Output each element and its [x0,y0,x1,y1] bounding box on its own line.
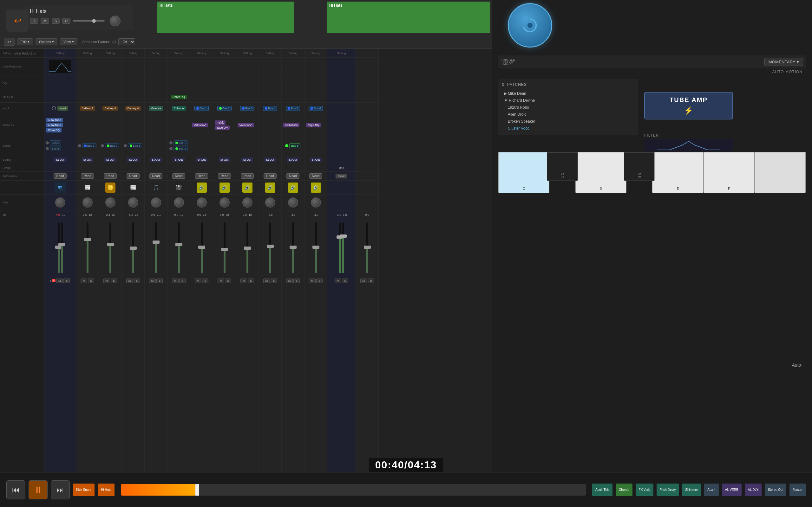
mute-final[interactable]: M [360,279,367,283]
fader-handle-bus1[interactable] [198,245,205,249]
auto-read-4[interactable]: Read [126,173,140,179]
fader-handle-4[interactable] [130,246,137,250]
mute-bus4[interactable]: M [263,279,270,283]
patch-richard-devine[interactable]: ▼ Richard Devine [502,97,635,104]
fader-handle-bus2[interactable] [221,248,228,251]
chaneq-chip[interactable]: Chan EQ [46,128,61,132]
output-2[interactable]: St Out [82,158,94,162]
auto-read-6[interactable]: Read [172,173,186,179]
mute-bus3[interactable]: M [241,279,247,283]
bus1-input[interactable]: Bus 1 [194,106,209,111]
bus4-input[interactable]: Bus 4 [263,106,277,111]
tape-dly-chip[interactable]: Tape Dly [215,125,230,130]
tube-amp-area[interactable]: TUBE AMP ⚡ [644,92,733,119]
auto-read-bus2[interactable]: Read [218,173,231,179]
bus5-input[interactable]: Bus 5 [286,106,300,111]
back-button[interactable]: ↩ [6,9,29,32]
solo-bus6[interactable]: S [316,279,322,283]
s-button[interactable]: S [52,18,60,24]
solo-bus5[interactable]: S [293,279,300,283]
pan-bus5[interactable] [288,198,298,208]
pan-bus2[interactable] [219,198,230,208]
track-pill-chords[interactable]: Chords [616,484,632,496]
output-5[interactable]: St Out [150,158,162,162]
auto-read-bus3[interactable]: Read [241,173,254,179]
send-btn-ch1-2[interactable] [46,147,49,150]
piano-key-cs[interactable]: C# Db [547,152,578,181]
output-bus5[interactable]: St Out [287,158,299,162]
auto-read-bus4[interactable]: Read [264,173,277,179]
track-pill-pitchdly[interactable]: Pitch Delay [657,484,679,496]
input-chip-1[interactable]: Input [57,106,67,111]
pan-bus6[interactable] [311,198,321,208]
fader-handle-6[interactable] [175,243,183,246]
retune-knob[interactable] [508,3,552,48]
track-pill-master[interactable]: Master [790,484,806,496]
play-pause-button[interactable]: ⏸ [29,481,48,499]
progress-thumb[interactable] [195,484,199,496]
send-btn-ch1-1[interactable] [46,141,49,145]
output-6[interactable]: St Out [173,158,185,162]
track-pill-aldly[interactable]: AL DLY [745,484,762,496]
output-chip-1[interactable]: St Out [54,158,66,162]
pan-2[interactable] [83,198,93,208]
bus1-chip-2[interactable]: Bus 1 [82,143,96,148]
track-pill-stereoout[interactable]: Stereo Out [765,484,786,496]
pan-bus1[interactable] [197,198,207,208]
progress-bar[interactable] [121,484,586,496]
bus3-chip-6[interactable]: Bus 3 [173,146,188,151]
output-bus1[interactable]: St Out [196,158,208,162]
bus5-send[interactable]: Bus 5 [289,143,300,148]
r-button[interactable]: R [62,18,70,24]
mute-4[interactable]: M [126,279,133,283]
bus1-chip-4[interactable]: Bus 1 [128,143,142,148]
mute-master[interactable]: M [335,279,342,283]
forward-button[interactable]: ⏭ [51,481,70,499]
track-pill-hihats[interactable]: Hi Hats [98,484,114,496]
fader-handle-3[interactable] [107,243,114,246]
pshft-chip[interactable]: PShft [215,120,225,125]
mute-bus5[interactable]: M [286,279,293,283]
track-pill-aux4[interactable]: Aux 4 [704,484,719,496]
patch-1920s-robo[interactable]: 1920's Robo [502,104,635,111]
output-bus2[interactable]: St Out [218,158,231,162]
output-bus6[interactable]: St Out [310,158,322,162]
epiano-chip[interactable]: E-Piano [171,106,186,111]
pan-4[interactable] [128,198,138,208]
fader-handle-bus5[interactable] [290,245,297,249]
pan-bus4[interactable] [265,198,275,208]
mute-btn-1[interactable]: M [56,279,63,283]
mute-6[interactable]: M [172,279,179,283]
fader-handle-bus6[interactable] [312,245,319,249]
piano-key-f[interactable]: F [704,152,755,193]
solo-bus3[interactable]: S [248,279,254,283]
output-bus4[interactable]: St Out [264,158,276,162]
edit-btn[interactable]: Edit ▾ [17,38,33,45]
fader-handle-bus4[interactable] [267,245,274,248]
massive-chip[interactable]: Massive [149,106,163,111]
output-bus3[interactable]: St Out [241,158,253,162]
solo-bus4[interactable]: S [270,279,277,283]
fader-handle-master-b[interactable] [340,234,347,238]
pan-5[interactable] [151,198,161,208]
pan-6[interactable] [174,198,184,208]
bus6-input[interactable]: Bus 6 [309,106,323,111]
patch-broken-speaker[interactable]: Broken Speaker [502,118,635,125]
mute-bus1[interactable]: M [195,279,202,283]
battery4-chip-3[interactable]: Battery 4 [102,106,118,111]
patch-cluster-voco[interactable]: Cluster Voco [502,125,635,132]
solo-bus1[interactable]: S [202,279,208,283]
bus2-input[interactable]: Bus 2 [217,106,232,111]
patch-mike-dean[interactable]: ▶ Mike Dean [502,90,635,97]
track-pill-fxverb[interactable]: FX Verb [636,484,653,496]
mute-bus2[interactable]: M [217,279,224,283]
piano-key-d[interactable]: D [575,152,626,193]
fader-handle-2[interactable] [84,238,91,241]
bus3-input[interactable]: Bus 3 [240,106,254,111]
auto-read-bus5[interactable]: Read [287,173,300,179]
pan-bus3[interactable] [242,198,252,208]
mute-5[interactable]: M [149,279,156,283]
arr-block-2[interactable]: Hi Hats [327,2,490,33]
output-4[interactable]: St Out [127,158,139,162]
filter-curve[interactable] [644,139,733,152]
